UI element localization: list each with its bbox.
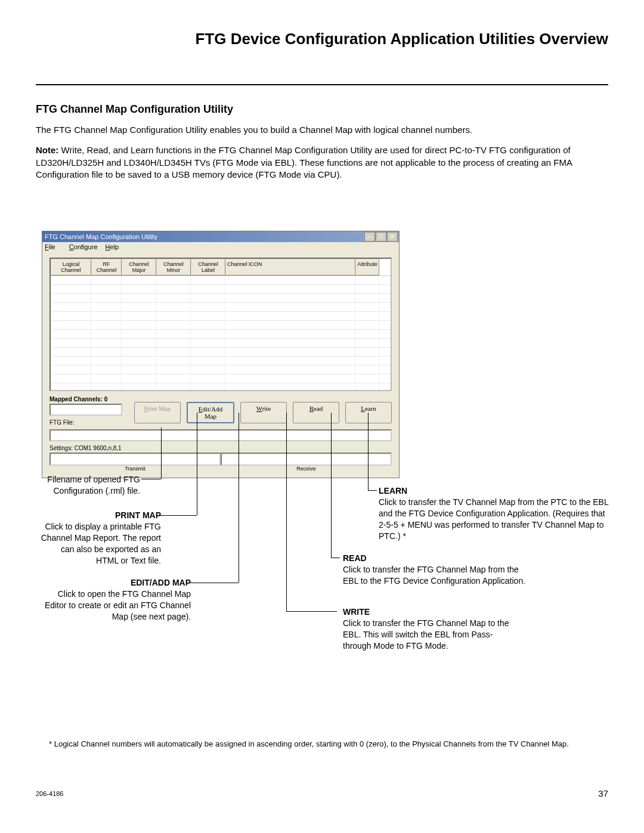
transmit-field [49, 453, 221, 466]
callout-title: PRINT MAP [115, 510, 161, 520]
callout-read: READ Click to transfer the FTG Channel M… [343, 553, 534, 587]
table-row [51, 330, 391, 339]
connector-line [197, 413, 197, 515]
connector-line [295, 611, 337, 612]
app-window: FTG Channel Map Configuration Utility ‒ … [42, 231, 400, 478]
col-channel-minor[interactable]: Channel Minor [156, 259, 191, 275]
table-row [51, 321, 391, 330]
col-attribute[interactable]: Attribute [355, 259, 379, 275]
ftg-file-label: FTG File: [49, 419, 122, 426]
txrx-labels: Transmit Receive [49, 466, 392, 472]
connector-line [158, 515, 197, 516]
write-button[interactable]: Write [240, 402, 287, 423]
txrx-row [49, 453, 392, 466]
callout-editadd: EDIT/ADD MAP Click to open the FTG Chann… [36, 577, 191, 623]
callout-printmap: PRINT MAP Click to display a printable F… [36, 510, 161, 566]
connector-line [239, 413, 239, 583]
callout-write: WRITE Click to transfer the FTG Channel … [343, 606, 516, 652]
close-button[interactable]: ✕ [387, 232, 398, 241]
mapped-channels-field [49, 404, 122, 416]
connector-line [368, 490, 377, 491]
horizontal-rule [36, 84, 608, 85]
edit-add-map-button[interactable]: Edit/Add Map [187, 402, 234, 423]
grid-header-row: Logical Channel RF Channel Channel Major… [51, 259, 391, 276]
callout-body: Click to display a printable FTG Channel… [41, 522, 161, 565]
receive-label: Receive [221, 466, 392, 472]
table-row [51, 357, 391, 366]
menu-help[interactable]: Help [106, 243, 119, 250]
col-channel-major[interactable]: Channel Major [122, 259, 156, 275]
callout-body: Click to open the FTG Channel Map Editor… [45, 589, 191, 621]
col-channel-label[interactable]: Channel Label [191, 259, 225, 275]
page-title: FTG Device Configuration Application Uti… [36, 30, 608, 48]
connector-line [190, 583, 239, 583]
doc-number: 206-4186 [36, 790, 64, 797]
callout-filename: Filename of opened FTG Configuration (.r… [36, 474, 140, 497]
callout-title: EDIT/ADD MAP [131, 578, 191, 587]
grid-rows [51, 276, 391, 390]
content-area: FTG Device Configuration Application Uti… [0, 0, 644, 181]
note-body: Write, Read, and Learn functions in the … [36, 145, 572, 179]
mapped-channels-label: Mapped Channels: 0 [49, 396, 122, 402]
col-channel-icon[interactable]: Channel ICON [225, 259, 355, 275]
transmit-label: Transmit [49, 466, 221, 472]
left-info: Mapped Channels: 0 FTG File: [49, 396, 122, 427]
minimize-button[interactable]: ‒ [364, 232, 375, 241]
app-body: Logical Channel RF Channel Channel Major… [42, 252, 399, 478]
callout-body: Click to transfer the FTG Channel Map fr… [343, 565, 525, 586]
col-logical-channel[interactable]: Logical Channel [51, 259, 91, 275]
table-row [51, 312, 391, 321]
table-row [51, 374, 391, 383]
page: FTG Device Configuration Application Uti… [0, 0, 644, 833]
callout-title: WRITE [343, 607, 370, 617]
menubar: File Configure Help [42, 242, 399, 252]
table-row [51, 294, 391, 303]
table-row [51, 348, 391, 357]
table-row [51, 339, 391, 348]
col-rf-channel[interactable]: RF Channel [91, 259, 122, 275]
page-number: 37 [598, 788, 608, 798]
receive-field [221, 453, 392, 466]
callout-body: Click to transfer the TV Channel Map fro… [379, 497, 608, 541]
menu-configure[interactable]: Configure [69, 243, 98, 250]
table-row [51, 303, 391, 312]
window-titlebar[interactable]: FTG Channel Map Configuration Utility ‒ … [42, 231, 399, 242]
learn-button[interactable]: Learn [345, 402, 392, 423]
section-heading: FTG Channel Map Configuration Utility [36, 103, 608, 116]
connector-line [286, 611, 295, 612]
menu-file[interactable]: File [45, 243, 61, 250]
ftg-file-field[interactable] [49, 429, 392, 441]
button-row: Print Map Edit/Add Map Write Read Learn [134, 396, 392, 423]
callout-body: Click to transfer the FTG Channel Map to… [343, 618, 509, 651]
table-row [51, 383, 391, 390]
callout-title: LEARN [379, 486, 407, 496]
settings-label: Settings: COM1 9600,n,8,1 [49, 445, 392, 451]
window-title: FTG Channel Map Configuration Utility [45, 233, 364, 240]
table-row [51, 285, 391, 294]
connector-line [161, 428, 162, 479]
table-row [51, 276, 391, 285]
footnote: * Logical Channel numbers will automatic… [49, 739, 569, 750]
window-controls: ‒ □ ✕ [364, 232, 398, 241]
read-button[interactable]: Read [293, 402, 339, 423]
channel-grid[interactable]: Logical Channel RF Channel Channel Major… [49, 258, 392, 391]
connector-line [368, 413, 369, 490]
section-note: Note: Write, Read, and Learn functions i… [36, 144, 608, 181]
connector-line [286, 413, 287, 611]
callout-title: READ [343, 553, 367, 563]
connector-line [331, 413, 332, 558]
note-label: Note: [36, 145, 58, 155]
print-map-button[interactable]: Print Map [134, 402, 181, 423]
below-grid: Mapped Channels: 0 FTG File: Print Map E… [49, 396, 392, 427]
table-row [51, 366, 391, 374]
connector-line [331, 558, 340, 558]
section-paragraph: The FTG Channel Map Configuration Utilit… [36, 124, 608, 136]
connector-line [141, 479, 161, 479]
maximize-button[interactable]: □ [376, 232, 386, 241]
callout-learn: LEARN Click to transfer the TV Channel M… [379, 485, 611, 541]
